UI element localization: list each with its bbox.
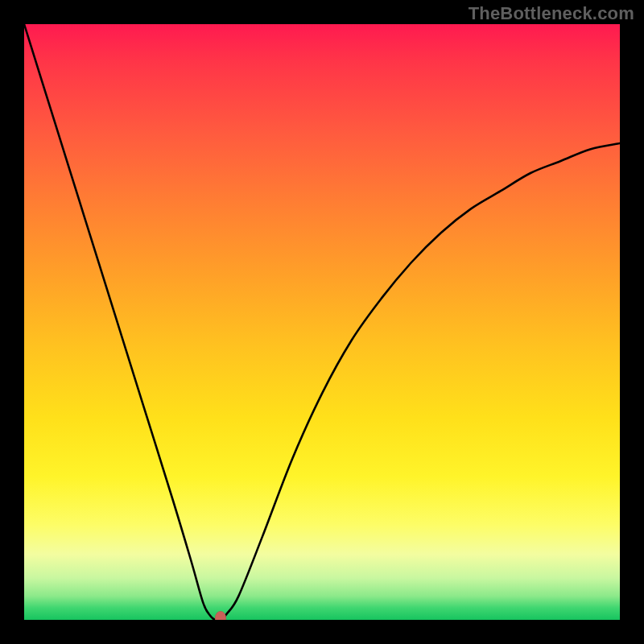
watermark-text: TheBottleneck.com [469,3,634,24]
bottleneck-curve [24,24,620,620]
chart-frame: TheBottleneck.com [0,0,644,644]
plot-area [24,24,620,620]
